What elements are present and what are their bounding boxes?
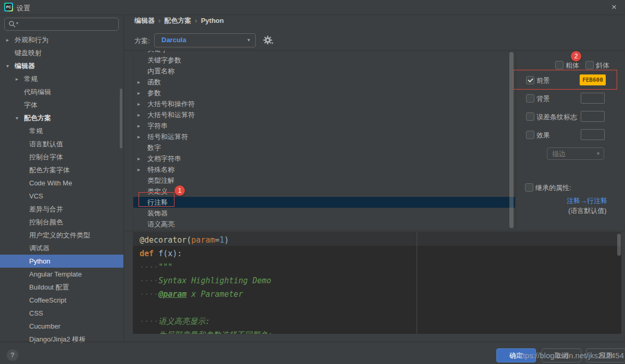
sidebar-item-label: 配色方案: [24, 111, 51, 124]
element-type-4[interactable]: ▸参数: [133, 87, 515, 98]
background-checkbox[interactable]: [526, 94, 534, 103]
sidebar-item-15[interactable]: 用户定义的文件类型: [0, 229, 123, 242]
element-type-list: 关键字关键字参数内置名称▸函数▸参数▸大括号和操作符▸大括号和运算符▸字符串▸括…: [133, 51, 515, 231]
chevron-right-icon[interactable]: ▸: [138, 87, 140, 98]
chevron-right-icon[interactable]: ▸: [138, 109, 140, 120]
sidebar-item-label: 差异与合并: [29, 203, 63, 216]
right-margin-guide: [417, 232, 417, 334]
code-preview[interactable]: @decorator(param=1)def f(x):····"""····S…: [133, 232, 621, 334]
sidebar-item-label: 键盘映射: [15, 46, 42, 59]
chevron-right-icon[interactable]: ▸: [138, 131, 140, 142]
effect-style-select[interactable]: 描边 ▾: [547, 147, 604, 160]
element-type-label: 语义高亮: [147, 219, 174, 230]
sidebar-item-7[interactable]: 常规: [0, 124, 123, 137]
sidebar-item-10[interactable]: 配色方案字体: [0, 164, 123, 177]
sidebar-item-19[interactable]: Buildout 配置: [0, 281, 123, 294]
element-type-3[interactable]: ▸函数: [133, 77, 515, 87]
element-type-7[interactable]: ▸字符串: [133, 120, 515, 131]
chevron-right-icon[interactable]: ▸: [138, 164, 140, 175]
element-type-label: 参数: [147, 87, 161, 98]
chevron-down-icon[interactable]: ▾: [6, 59, 9, 72]
sidebar-item-14[interactable]: 控制台颜色: [0, 216, 123, 229]
code-token-decorator: @decorator(: [140, 235, 191, 245]
chevron-right-icon[interactable]: ▸: [138, 153, 140, 164]
element-type-8[interactable]: ▸括号和运算符: [133, 131, 515, 142]
element-type-9[interactable]: 数字: [133, 142, 515, 153]
sidebar-item-13[interactable]: 差异与合并: [0, 203, 123, 216]
sidebar-item-12[interactable]: VCS: [0, 190, 123, 203]
annotation-badge-2: 2: [571, 51, 581, 61]
element-type-0[interactable]: 关键字: [133, 51, 515, 55]
sidebar-item-22[interactable]: Cucumber: [0, 320, 123, 333]
effect-style-value: 描边: [552, 149, 566, 159]
sidebar-item-2[interactable]: ▾编辑器: [0, 59, 123, 72]
background-color-swatch[interactable]: [581, 93, 605, 104]
element-type-11[interactable]: ▸特殊名称: [133, 164, 515, 175]
element-type-12[interactable]: 类型注解: [133, 175, 515, 186]
code-token-docstring: """: [158, 262, 172, 272]
error-stripe-color-swatch[interactable]: [581, 111, 605, 122]
sidebar-item-17[interactable]: Python: [0, 255, 123, 268]
sidebar-item-3[interactable]: ▸常规: [0, 72, 123, 85]
code-line-2: ····""": [140, 260, 172, 274]
sidebar-item-label: 控制台颜色: [29, 216, 63, 229]
code-token-plain: ): [224, 235, 229, 245]
search-input[interactable]: ▾: [4, 18, 119, 31]
breadcrumb-item-color-scheme[interactable]: 配色方案: [164, 17, 191, 24]
sidebar-item-label: Python: [29, 255, 50, 268]
code-scrollbar[interactable]: [617, 234, 621, 256]
sidebar-item-label: Code With Me: [29, 177, 72, 190]
chevron-right-icon[interactable]: ▸: [138, 98, 140, 109]
element-type-5[interactable]: ▸大括号和操作符: [133, 98, 515, 109]
element-type-2[interactable]: 内置名称: [133, 66, 515, 77]
element-type-1[interactable]: 关键字参数: [133, 55, 515, 66]
inherited-attrs-checkbox[interactable]: [525, 183, 533, 192]
sidebar-item-label: Angular Template: [29, 268, 82, 281]
sidebar-item-8[interactable]: 语言默认值: [0, 137, 123, 150]
effects-color-swatch[interactable]: [581, 129, 605, 140]
sidebar-item-6[interactable]: ▾配色方案: [0, 111, 123, 124]
code-token-keyword: def: [140, 249, 158, 258]
element-type-13[interactable]: 类定义: [133, 186, 515, 197]
breadcrumb-item-editor[interactable]: 编辑器: [134, 17, 155, 24]
chevron-down-icon[interactable]: ▾: [16, 111, 18, 124]
bold-checkbox[interactable]: [555, 61, 564, 69]
sidebar-item-0[interactable]: ▸外观和行为: [0, 33, 123, 46]
code-token-docstring: 语义高亮显示:: [158, 317, 210, 326]
sidebar-item-11[interactable]: Code With Me: [0, 177, 123, 190]
sidebar-scrollbar[interactable]: [120, 89, 122, 148]
sidebar-item-5[interactable]: 字体: [0, 98, 123, 111]
element-type-10[interactable]: ▸文档字符串: [133, 153, 515, 164]
element-type-16[interactable]: 语义高亮: [133, 219, 515, 230]
annotation-rect-1: [139, 192, 174, 207]
effects-checkbox[interactable]: [526, 131, 534, 139]
chevron-right-icon[interactable]: ▸: [138, 77, 140, 87]
sidebar-item-18[interactable]: Angular Template: [0, 268, 123, 281]
sidebar-item-1[interactable]: 键盘映射: [0, 46, 123, 59]
chevron-right-icon[interactable]: ▸: [138, 120, 140, 131]
error-stripe-checkbox[interactable]: [526, 112, 534, 121]
sidebar-item-16[interactable]: 调试器: [0, 242, 123, 255]
element-type-14[interactable]: 行注释: [133, 197, 515, 208]
scheme-select[interactable]: Darcula ▾: [154, 33, 256, 47]
code-token-docstring: 为局部变量和参数选择不同颜色:: [158, 330, 272, 334]
sidebar-item-4[interactable]: 代码编辑: [0, 85, 123, 98]
inherit-source-link[interactable]: 注释→行注释: [567, 196, 607, 206]
chevron-right-icon[interactable]: ▸: [6, 33, 9, 46]
code-token-dots: ····: [140, 262, 158, 272]
sidebar-item-label: 调试器: [29, 242, 49, 255]
sidebar-item-label: CoffeeScript: [29, 294, 66, 307]
element-type-6[interactable]: ▸大括号和运算符: [133, 109, 515, 120]
element-type-label: 内置名称: [147, 66, 174, 77]
sidebar-item-label: 用户定义的文件类型: [29, 229, 90, 242]
sidebar-item-21[interactable]: CSS: [0, 307, 123, 320]
close-icon[interactable]: ×: [609, 3, 619, 12]
sidebar-item-9[interactable]: 控制台字体: [0, 150, 123, 164]
element-type-15[interactable]: 装饰器: [133, 208, 515, 219]
element-type-label: 特殊名称: [147, 164, 174, 175]
italic-checkbox[interactable]: [585, 61, 594, 69]
code-token-dots: ····: [140, 290, 158, 299]
chevron-right-icon[interactable]: ▸: [16, 72, 18, 85]
sidebar-item-20[interactable]: CoffeeScript: [0, 294, 123, 307]
help-button[interactable]: ?: [7, 349, 18, 361]
